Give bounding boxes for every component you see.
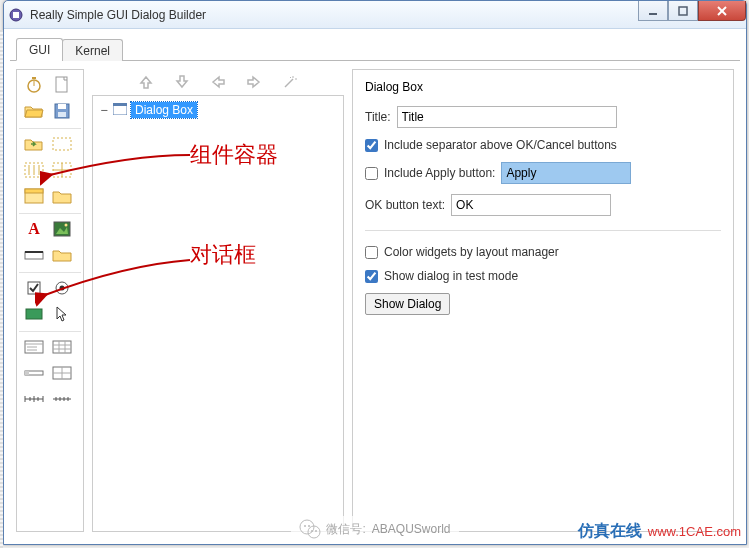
tree-node-root[interactable]: − Dialog Box xyxy=(99,102,337,118)
weixin-label: 微信号: xyxy=(326,521,365,538)
grid-box-icon[interactable] xyxy=(51,161,73,179)
scale-icon[interactable] xyxy=(23,390,45,408)
blank-icon[interactable] xyxy=(51,416,73,434)
tool-palette: A xyxy=(16,69,84,532)
tray-icon[interactable] xyxy=(23,246,45,264)
svg-point-67 xyxy=(310,530,312,532)
separator xyxy=(365,230,721,231)
title-input[interactable] xyxy=(397,106,617,128)
properties-panel: Dialog Box Title: Include separator abov… xyxy=(352,69,734,532)
left-edge-strip xyxy=(0,30,3,548)
include-separator-label: Include separator above OK/Cancel button… xyxy=(384,138,617,152)
table-icon[interactable] xyxy=(51,338,73,356)
svg-rect-1 xyxy=(13,12,19,18)
arrow-down-icon[interactable] xyxy=(171,73,193,91)
svg-rect-3 xyxy=(679,7,687,15)
svg-rect-26 xyxy=(25,252,43,259)
svg-point-68 xyxy=(314,530,316,532)
color-by-layout-label: Color widgets by layout manager xyxy=(384,245,559,259)
show-test-checkbox[interactable] xyxy=(365,270,378,283)
svg-point-65 xyxy=(303,525,305,527)
svg-rect-62 xyxy=(113,103,127,106)
list-icon[interactable] xyxy=(23,338,45,356)
properties-heading: Dialog Box xyxy=(365,80,721,94)
svg-rect-11 xyxy=(58,104,66,109)
scale2-icon[interactable] xyxy=(51,390,73,408)
wechat-icon xyxy=(298,518,320,540)
svg-line-57 xyxy=(285,79,293,87)
grid2-icon[interactable] xyxy=(51,364,73,382)
svg-line-60 xyxy=(290,77,291,78)
tabstrip: GUI Kernel xyxy=(10,35,740,61)
tab-gui[interactable]: GUI xyxy=(16,38,63,61)
show-test-label: Show dialog in test mode xyxy=(384,269,518,283)
radio-icon[interactable] xyxy=(51,279,73,297)
svg-rect-42 xyxy=(25,371,29,375)
include-apply-checkbox[interactable] xyxy=(365,167,378,180)
folder2-icon[interactable] xyxy=(51,246,73,264)
site-badge: 仿真在线 www.1CAE.com xyxy=(578,521,741,542)
folder-open-icon[interactable] xyxy=(23,102,45,120)
folder-arrow-icon[interactable] xyxy=(23,135,45,153)
folder-icon[interactable] xyxy=(51,187,73,205)
save-icon[interactable] xyxy=(51,102,73,120)
timer-icon[interactable] xyxy=(23,76,45,94)
vlines-box-icon[interactable] xyxy=(23,161,45,179)
window-title: Really Simple GUI Dialog Builder xyxy=(30,8,206,22)
tree-toggle-icon[interactable]: − xyxy=(99,103,109,117)
center-panel: − Dialog Box xyxy=(92,69,344,532)
include-separator-checkbox[interactable] xyxy=(365,139,378,152)
text-a-icon[interactable]: A xyxy=(23,220,45,238)
titlebar: Really Simple GUI Dialog Builder xyxy=(4,1,746,29)
svg-rect-9 xyxy=(56,77,67,92)
dialog-node-icon xyxy=(113,103,127,118)
maximize-button[interactable] xyxy=(668,1,698,21)
panel-icon[interactable] xyxy=(23,187,45,205)
include-apply-label: Include Apply button: xyxy=(384,166,495,180)
close-button[interactable] xyxy=(698,1,746,21)
app-icon xyxy=(8,7,24,23)
dashed-box-icon[interactable] xyxy=(51,135,73,153)
svg-rect-36 xyxy=(53,341,71,353)
rect-icon[interactable] xyxy=(23,305,45,323)
app-window: Really Simple GUI Dialog Builder GUI Ker… xyxy=(3,0,747,545)
ok-text-input[interactable] xyxy=(451,194,611,216)
title-label: Title: xyxy=(365,110,391,124)
svg-rect-12 xyxy=(58,112,66,117)
cursor-icon[interactable] xyxy=(51,305,73,323)
tab-kernel[interactable]: Kernel xyxy=(62,39,123,61)
tree-toolbar xyxy=(92,69,344,95)
apply-text-input[interactable] xyxy=(501,162,631,184)
svg-rect-8 xyxy=(32,77,36,79)
svg-rect-31 xyxy=(26,309,42,319)
svg-rect-22 xyxy=(25,189,43,193)
checkbox-icon[interactable] xyxy=(23,279,45,297)
widget-tree[interactable]: − Dialog Box xyxy=(92,95,344,532)
minimize-button[interactable] xyxy=(638,1,668,21)
ok-text-label: OK button text: xyxy=(365,198,445,212)
blank-icon[interactable] xyxy=(23,416,45,434)
tree-node-label[interactable]: Dialog Box xyxy=(131,102,197,118)
weixin-name: ABAQUSworld xyxy=(372,522,451,536)
site-name-zh: 仿真在线 xyxy=(578,521,642,542)
site-url: www.1CAE.com xyxy=(648,524,741,539)
arrow-right-icon[interactable] xyxy=(243,73,265,91)
color-by-layout-checkbox[interactable] xyxy=(365,246,378,259)
page-icon[interactable] xyxy=(51,76,73,94)
svg-point-30 xyxy=(60,286,65,291)
hbar-icon[interactable] xyxy=(23,364,45,382)
arrow-up-icon[interactable] xyxy=(135,73,157,91)
wand-icon[interactable] xyxy=(279,73,301,91)
arrow-left-icon[interactable] xyxy=(207,73,229,91)
show-dialog-button[interactable]: Show Dialog xyxy=(365,293,450,315)
svg-point-66 xyxy=(307,525,309,527)
picture-icon[interactable] xyxy=(51,220,73,238)
watermark: 微信号: ABAQUSworld xyxy=(290,516,458,542)
svg-point-25 xyxy=(65,224,68,227)
client-area: GUI Kernel xyxy=(10,35,740,538)
svg-rect-13 xyxy=(53,138,71,150)
